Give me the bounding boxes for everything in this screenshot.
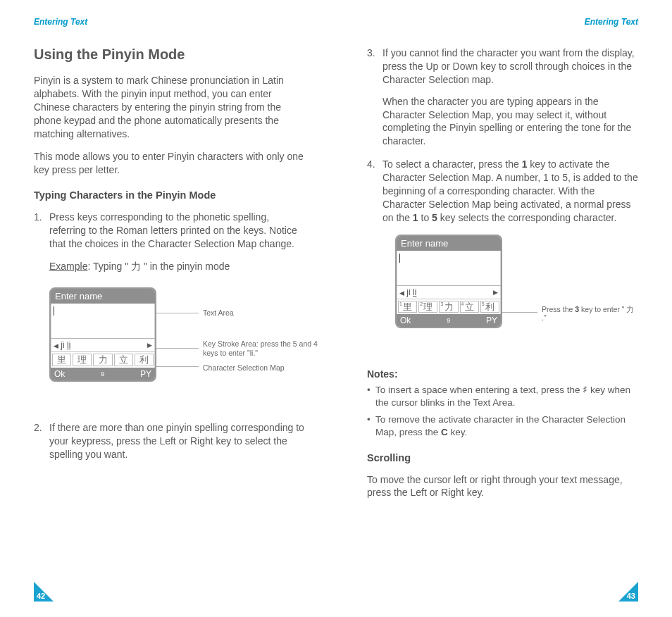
phone1-keystroke-row: ◀ ji li ▶ (51, 339, 155, 352)
cursor-icon (399, 254, 400, 263)
step-4d: key selects the corresponding character. (437, 212, 616, 223)
step-3: If you cannot find the character you wan… (367, 46, 638, 148)
intro-paragraph-1: Pinyin is a system to mark Chinese pronu… (34, 74, 305, 140)
step-1: Press keys corresponding to the phonetic… (34, 211, 305, 251)
callout-line-2 (156, 348, 199, 349)
running-head-right: Entering Text (367, 17, 638, 27)
page-number-left: 42 (37, 592, 45, 600)
phone2-title: Enter name (397, 236, 501, 251)
key-5: 5 (432, 212, 437, 223)
right-arrow-icon: ▶ (493, 289, 498, 296)
callout-line-3 (156, 366, 199, 367)
phone1-title: Enter name (51, 289, 155, 304)
phone-figure-1: Enter name ◀ ji li ▶ 里 理 力 立 利 Ok 9 PY T… (49, 287, 305, 400)
notes-heading: Notes: (367, 368, 638, 380)
subheading-typing: Typing Characters in the Pinyin Mode (34, 189, 305, 201)
phone-mock-2: Enter name ◀ ji li ▶ 1里 2理 3力 4立 5利 Ok 9… (395, 235, 502, 329)
step-3-text: If you cannot find the character you wan… (382, 47, 635, 85)
phone-mock-1: Enter name ◀ ji li ▶ 里 理 力 立 利 Ok 9 PY (49, 287, 156, 382)
phone1-ok: Ok (54, 369, 65, 379)
section-title: Using the Pinyin Mode (34, 46, 305, 63)
callout-text-area: Text Area (203, 308, 323, 318)
step-1-text: Press keys corresponding to the phonetic… (49, 211, 297, 249)
phone1-footer: Ok 9 PY (51, 368, 155, 380)
char-cell: 3力 (439, 301, 458, 313)
step-4a: To select a character, press the (382, 158, 522, 170)
char-cell: 理 (73, 354, 92, 366)
char-cell: 5利 (480, 301, 499, 313)
cursor-icon (54, 306, 54, 316)
steps-list-left: Press keys corresponding to the phonetic… (34, 211, 305, 251)
scrolling-body: To move the cursor left or right through… (367, 473, 638, 500)
example-rest: : Typing " 力 " in the pinyin mode (87, 261, 230, 272)
left-arrow-icon: ◀ (54, 342, 58, 349)
phone2-mode: PY (486, 316, 497, 325)
left-arrow-icon: ◀ (399, 289, 404, 297)
right-arrow-icon: ▶ (147, 342, 152, 349)
char-cell: 力 (93, 354, 112, 366)
phone1-key-left: ◀ ji li (54, 340, 70, 350)
example-label: Example (49, 261, 87, 272)
page-left: Entering Text Using the Pinyin Mode Piny… (0, 0, 336, 617)
callout-line-1 (156, 313, 199, 313)
phone1-text-area (51, 304, 155, 339)
phone2-count: 9 (447, 317, 450, 324)
phone-figure-2: Enter name ◀ ji li ▶ 1里 2理 3力 4立 5利 Ok 9… (395, 235, 638, 347)
page-number-right: 43 (627, 592, 635, 600)
step-2-text: If there are more than one pinyin spelli… (49, 422, 304, 460)
phone2-key-left: ◀ ji li (399, 287, 416, 297)
phone2-ok: Ok (400, 316, 411, 325)
phone2-char-row: 1里 2理 3力 4立 5利 (397, 299, 501, 315)
note-2: To remove the activate character in the … (367, 413, 638, 439)
note-1: To insert a space when entering a text, … (367, 384, 638, 409)
callout-press3: Press the 3 key to enter " 力 ." (542, 305, 640, 323)
step-4: To select a character, press the 1 key t… (367, 158, 638, 224)
step-4c: to (418, 212, 432, 223)
phone1-char-row: 里 理 力 立 利 (51, 352, 155, 368)
step-2: If there are more than one pinyin spelli… (34, 421, 305, 461)
page-right: Entering Text If you cannot find the cha… (336, 0, 672, 617)
char-cell: 里 (52, 354, 71, 366)
steps-list-left-cont: If there are more than one pinyin spelli… (34, 421, 305, 461)
callout-char-map: Character Selection Map (203, 363, 323, 373)
example-line: Example: Typing " 力 " in the pinyin mode (34, 261, 305, 273)
char-cell: 利 (135, 354, 154, 366)
callout-line-4 (502, 312, 537, 313)
char-cell: 2理 (418, 301, 437, 313)
steps-list-right: If you cannot find the character you wan… (367, 46, 638, 225)
intro-paragraph-2: This mode allows you to enter Pinyin cha… (34, 150, 305, 177)
phone2-footer: Ok 9 PY (397, 314, 501, 327)
phone1-mode: PY (140, 369, 151, 379)
running-head-left: Entering Text (34, 17, 305, 27)
phone1-count: 9 (101, 370, 104, 378)
subheading-scrolling: Scrolling (367, 452, 638, 463)
callout-keystroke: Key Stroke Area: press the 5 and 4 keys … (203, 339, 323, 357)
phone2-keystroke-row: ◀ ji li ▶ (397, 286, 501, 299)
char-cell: 1里 (398, 301, 417, 313)
step-3b-text: When the character you are typing appear… (382, 95, 638, 149)
char-cell: 4立 (460, 301, 479, 313)
char-cell: 立 (114, 354, 133, 366)
phone2-text-area (397, 251, 501, 286)
key-1b: 1 (413, 212, 418, 223)
